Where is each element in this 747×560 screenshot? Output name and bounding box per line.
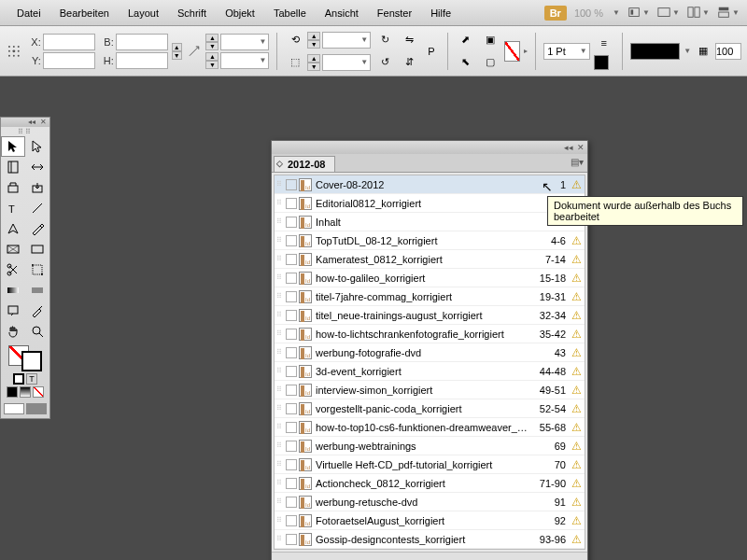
type-tool[interactable]: T [1, 198, 25, 218]
warning-icon[interactable]: ⚠ [570, 514, 583, 527]
rotate-cw-icon[interactable]: ↻ [374, 30, 395, 50]
row-checkbox[interactable] [286, 497, 297, 508]
warning-icon[interactable]: ⚠ [570, 178, 583, 191]
screen-mode-icon[interactable]: ▼ [657, 4, 680, 22]
shear-dropdown[interactable]: ▼ [322, 54, 371, 71]
book-row[interactable]: ⠿how-to-top10-cs6-funktionen-dreamweaver… [275, 418, 585, 437]
scale-y-spinner[interactable]: ▲▼ [205, 52, 218, 69]
zoom-level[interactable]: 100 % [574, 7, 603, 19]
effects-preview[interactable] [630, 43, 681, 60]
warning-icon[interactable]: ⚠ [570, 309, 583, 322]
pencil-tool[interactable] [25, 218, 49, 239]
menu-objekt[interactable]: Objekt [216, 4, 264, 22]
row-checkbox[interactable] [286, 273, 297, 284]
select-previous-icon[interactable]: ⬉ [456, 52, 476, 73]
warning-icon[interactable]: ⚠ [570, 328, 583, 341]
rectangle-frame-tool[interactable] [1, 239, 25, 259]
rotate-spinner[interactable]: ▲▼ [307, 32, 320, 49]
book-row[interactable]: ⠿how-to-galileo_korrigiert15-18⚠ [275, 269, 585, 287]
close-icon[interactable]: ✕ [38, 119, 48, 126]
zoom-dropdown[interactable]: ▼ [611, 8, 620, 17]
selection-tool[interactable] [1, 136, 25, 157]
row-handle-icon[interactable]: ⠿ [276, 236, 286, 245]
workspace-icon[interactable]: ▼ [717, 4, 740, 22]
warning-icon[interactable]: ⚠ [570, 384, 583, 397]
apply-color-icon[interactable] [7, 386, 18, 398]
row-checkbox[interactable] [286, 403, 297, 414]
row-handle-icon[interactable]: ⠿ [276, 348, 286, 357]
row-checkbox[interactable] [286, 385, 297, 396]
book-row[interactable]: ⠿vorgestellt-panic-coda_korrigiert52-54⚠ [275, 399, 585, 418]
zoom-tool[interactable] [25, 321, 49, 342]
row-handle-icon[interactable]: ⠿ [276, 441, 286, 450]
select-content-icon[interactable]: ⬈ [456, 30, 476, 50]
drop-shadow-icon[interactable]: ▦ [695, 41, 712, 62]
bridge-button[interactable]: Br [544, 6, 567, 21]
menu-tabelle[interactable]: Tabelle [264, 4, 316, 22]
scale-x-spinner[interactable]: ▲▼ [205, 34, 218, 50]
menu-layout[interactable]: Layout [119, 4, 168, 22]
book-row[interactable]: ⠿interview-simon_korrigiert49-51⚠ [275, 381, 585, 399]
row-checkbox[interactable] [286, 534, 297, 545]
book-row[interactable]: ⠿werbung-fotografie-dvd43⚠ [275, 343, 585, 362]
book-row[interactable]: ⠿Kameratest_0812_korrigiert7-14⚠ [275, 250, 585, 269]
content-placer-tool[interactable] [25, 177, 49, 198]
row-checkbox[interactable] [286, 179, 297, 190]
stroke-color-swatch-tool[interactable] [21, 351, 42, 371]
gradient-swatch-tool[interactable] [1, 280, 25, 301]
row-handle-icon[interactable]: ⠿ [276, 385, 286, 394]
content-collector-tool[interactable] [1, 177, 25, 198]
row-handle-icon[interactable]: ⠿ [276, 423, 286, 431]
book-row[interactable]: ⠿3d-event_korrigiert44-48⚠ [275, 362, 585, 381]
gradient-feather-tool[interactable] [25, 280, 49, 301]
formatting-text-icon[interactable]: T [26, 373, 37, 385]
collapse-icon[interactable]: ◂◂ [27, 119, 36, 126]
warning-icon[interactable]: ⚠ [570, 440, 583, 453]
gap-tool[interactable] [25, 157, 49, 177]
panel-menu-icon[interactable]: ▤▾ [571, 157, 584, 167]
book-row[interactable]: ⠿Inhalt3⚠ [275, 213, 585, 231]
row-handle-icon[interactable]: ⠿ [276, 311, 286, 319]
row-handle-icon[interactable]: ⠿ [276, 479, 286, 487]
row-checkbox[interactable] [286, 366, 297, 377]
row-checkbox[interactable] [286, 441, 297, 452]
page-tool[interactable] [1, 157, 25, 177]
warning-icon[interactable]: ⚠ [570, 234, 583, 247]
row-handle-icon[interactable]: ⠿ [276, 180, 286, 189]
fit-frame-icon[interactable]: ▢ [480, 52, 500, 73]
warning-icon[interactable]: ⚠ [570, 477, 583, 490]
flip-horizontal-icon[interactable]: ⇋ [399, 30, 419, 50]
rotate-ccw-icon[interactable]: ↺ [374, 52, 395, 73]
x-input[interactable] [43, 34, 95, 50]
preview-view-icon[interactable] [26, 403, 47, 414]
flip-vertical-icon[interactable]: ⇵ [399, 52, 419, 73]
row-checkbox[interactable] [286, 329, 297, 340]
direct-selection-tool[interactable] [25, 136, 49, 157]
warning-icon[interactable]: ⚠ [570, 402, 583, 415]
book-row[interactable]: ⠿how-to-lichtschrankenfotografie_korrigi… [275, 325, 585, 343]
fit-content-icon[interactable]: ▣ [480, 30, 500, 50]
h-input[interactable] [116, 52, 168, 69]
scale-y-dropdown[interactable]: ▼ [220, 52, 269, 69]
row-handle-icon[interactable]: ⠿ [276, 292, 286, 301]
row-checkbox[interactable] [286, 198, 297, 209]
hand-tool[interactable] [1, 321, 25, 342]
menu-hilfe[interactable]: Hilfe [421, 4, 460, 22]
row-handle-icon[interactable]: ⠿ [276, 255, 286, 263]
menu-schrift[interactable]: Schrift [168, 4, 216, 22]
book-row[interactable]: ⠿titel-7jahre-commag_korrigiert19-31⚠ [275, 287, 585, 306]
row-checkbox[interactable] [286, 310, 297, 321]
minimize-panel-icon[interactable]: ◂◂ [564, 143, 573, 152]
warning-icon[interactable]: ⚠ [570, 272, 583, 285]
rectangle-tool[interactable] [25, 239, 49, 259]
book-tab[interactable]: 2012-08 [274, 156, 335, 172]
row-checkbox[interactable] [286, 422, 297, 433]
menu-ansicht[interactable]: Ansicht [316, 4, 368, 22]
row-checkbox[interactable] [286, 459, 297, 470]
row-handle-icon[interactable]: ⠿ [276, 460, 286, 469]
view-options-icon[interactable]: ▼ [627, 4, 650, 22]
menu-fenster[interactable]: Fenster [368, 4, 421, 22]
book-row[interactable]: ⠿TopTutDL_08-12_korrigiert4-6⚠ [275, 231, 585, 250]
warning-icon[interactable]: ⚠ [570, 421, 583, 434]
rotate-dropdown[interactable]: ▼ [322, 32, 371, 49]
